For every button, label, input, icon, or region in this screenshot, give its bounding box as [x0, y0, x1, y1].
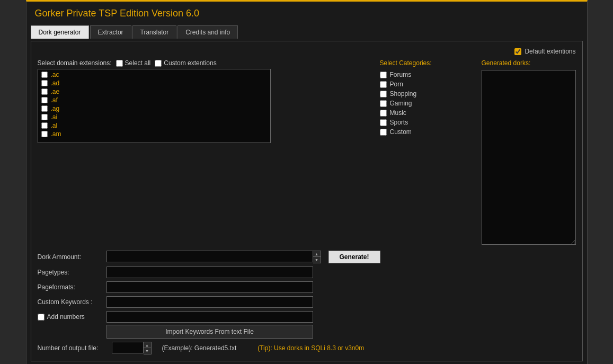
default-extentions-checkbox[interactable]: [514, 48, 521, 55]
spin-down-button[interactable]: ▼: [313, 257, 321, 263]
category-custom: Custom: [380, 127, 465, 137]
category-shopping: Shopping: [380, 89, 465, 99]
output-row: Number of output file: 1 ▲ ▼ (Example): …: [38, 342, 576, 354]
category-music: Music: [380, 108, 465, 118]
custom-keywords-row: Custom Keywords :: [38, 296, 576, 308]
tip-text: (Tip): Use dorks in SQLi 8.3 or v3n0m: [257, 344, 364, 352]
list-item: .ae: [40, 87, 268, 96]
category-gaming: Gaming: [380, 99, 465, 108]
select-all-checkbox[interactable]: [116, 60, 123, 67]
pageformats-label: Pageformats:: [38, 283, 106, 291]
select-all-label[interactable]: Select all: [116, 59, 151, 67]
import-keywords-button[interactable]: Import Keywords From text File: [106, 325, 313, 339]
domain-checkbox[interactable]: [41, 105, 48, 112]
domain-header: Select domain extensions: Select all Cus…: [38, 59, 369, 67]
add-numbers-label: Add numbers: [38, 313, 106, 321]
category-sports: Sports: [380, 118, 465, 127]
generated-panel: Generated dorks:: [482, 59, 576, 246]
tab-extractor[interactable]: Extractor: [90, 25, 131, 39]
category-porn: Porn: [380, 79, 465, 89]
tab-dork-generator[interactable]: Dork generator: [31, 25, 89, 39]
dork-amount-input[interactable]: 50000: [106, 251, 313, 262]
category-checkbox-music[interactable]: [380, 110, 387, 117]
list-item: .ac: [40, 70, 268, 79]
output-spinner: 1 ▲ ▼: [112, 342, 152, 354]
default-extentions-label: Default extentions: [525, 48, 575, 55]
form-grid: Dork Ammount: 50000 ▲ ▼ Generate! Pagety…: [38, 251, 576, 323]
pagetypes-label: Pagetypes:: [38, 269, 106, 276]
dork-amount-row: Dork Ammount: 50000 ▲ ▼ Generate!: [38, 251, 576, 263]
add-numbers-checkbox[interactable]: [38, 314, 45, 321]
app-title: Gorker Private TSP Edition Version 6.0: [35, 8, 200, 19]
category-checkbox-custom[interactable]: [380, 129, 387, 136]
domain-section: Select domain extensions: Select all Cus…: [38, 59, 369, 246]
generate-button[interactable]: Generate!: [328, 251, 380, 263]
domain-checkbox[interactable]: [41, 122, 48, 129]
pageformats-input[interactable]: .php? .php4? .php3? .asp? .html? .jsp? .…: [106, 281, 313, 293]
top-section: Select domain extensions: Select all Cus…: [38, 59, 576, 246]
output-spin-down-button[interactable]: ▼: [144, 348, 151, 354]
list-item: .al: [40, 121, 268, 130]
categories-and-generated: Select Categories: Forums Porn Shopping: [380, 59, 576, 246]
list-item: .ad: [40, 79, 268, 87]
categories-panel: Select Categories: Forums Porn Shopping: [380, 59, 465, 246]
generated-dorks-box[interactable]: [482, 70, 576, 245]
output-spin-up-button[interactable]: ▲: [144, 342, 151, 348]
default-extentions-row: Default extentions: [38, 48, 576, 55]
app-window: Gorker Private TSP Edition Version 6.0 D…: [26, 0, 588, 364]
custom-extentions-label[interactable]: Custom extentions: [155, 59, 216, 67]
domain-list[interactable]: .ac .ad .ae .af: [38, 69, 270, 143]
output-label: Number of output file:: [38, 344, 106, 352]
spinner-combined: 50000 ▲ ▼: [106, 251, 321, 263]
spinner-buttons: ▲ ▼: [313, 251, 321, 263]
list-item: .am: [40, 130, 268, 138]
domain-checkbox[interactable]: [41, 131, 48, 137]
tab-bar: Dork generator Extractor Translator Cred…: [26, 25, 587, 39]
category-checkbox-forums[interactable]: [380, 72, 387, 78]
category-checkbox-gaming[interactable]: [380, 100, 387, 107]
pageformats-row: Pageformats: .php? .php4? .php3? .asp? .…: [38, 281, 576, 293]
custom-keywords-label: Custom Keywords :: [38, 298, 106, 306]
numbers-input[interactable]: 1 2 3 4 5 6 7 8 9 10...20 11...20 21...3…: [106, 311, 313, 323]
list-item: .ai: [40, 113, 268, 121]
pagetypes-input[interactable]: page_id cat category id colD avd include…: [106, 267, 313, 278]
add-numbers-row: Add numbers 1 2 3 4 5 6 7 8 9 10...20 11…: [38, 311, 576, 323]
domain-list-container: .ac .ad .ae .af: [38, 69, 271, 143]
dork-amount-input-wrapper: 50000 ▲ ▼ Generate!: [106, 251, 380, 263]
main-content: Default extentions Select domain extensi…: [31, 41, 583, 361]
tab-translator[interactable]: Translator: [132, 25, 177, 39]
dork-amount-label: Dork Ammount:: [38, 253, 106, 261]
pagetypes-row: Pagetypes: page_id cat category id colD …: [38, 267, 576, 278]
output-input[interactable]: 1: [112, 342, 144, 353]
categories-section-label: Select Categories:: [380, 59, 465, 67]
domain-checkbox[interactable]: [41, 114, 48, 120]
domain-checkbox[interactable]: [41, 80, 48, 86]
list-item: .ag: [40, 104, 268, 113]
category-checkbox-porn[interactable]: [380, 81, 387, 88]
domain-section-label: Select domain extensions:: [38, 59, 112, 67]
output-spinner-buttons: ▲ ▼: [144, 342, 152, 354]
example-text: (Example): Generated5.txt: [162, 344, 237, 352]
domain-checkbox[interactable]: [41, 88, 48, 95]
category-checkbox-shopping[interactable]: [380, 91, 387, 97]
import-btn-row: Import Keywords From text File: [38, 325, 576, 339]
custom-extentions-checkbox[interactable]: [155, 60, 162, 67]
generated-section-label: Generated dorks:: [482, 59, 576, 67]
custom-keywords-input[interactable]: [106, 296, 313, 308]
spin-up-button[interactable]: ▲: [313, 251, 321, 257]
tab-credits-info[interactable]: Credits and info: [177, 25, 238, 39]
domain-checkbox[interactable]: [41, 97, 48, 103]
category-checkbox-sports[interactable]: [380, 119, 387, 126]
title-bar: Gorker Private TSP Edition Version 6.0: [26, 2, 587, 25]
list-item: .af: [40, 96, 268, 104]
domain-checkbox[interactable]: [41, 72, 48, 78]
category-forums: Forums: [380, 70, 465, 79]
